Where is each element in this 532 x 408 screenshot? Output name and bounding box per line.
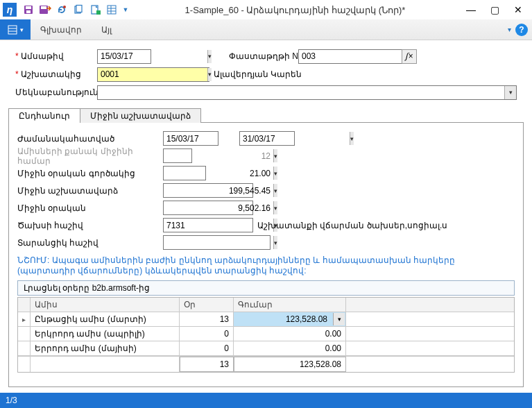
date-label: Ամսաթիվ	[21, 51, 64, 61]
date-input[interactable]: ▾	[97, 49, 151, 64]
save-icon[interactable]	[21, 2, 36, 17]
employee-name: Ալավերդյան Կարեն	[214, 69, 302, 79]
svg-rect-9	[96, 10, 101, 15]
total-days: 13	[180, 357, 234, 372]
col-month[interactable]: Ամիս	[31, 298, 180, 312]
page-indicator: 1/3	[6, 396, 17, 405]
svg-rect-10	[108, 6, 116, 14]
docnum-lookup-button[interactable]: ʃ×	[402, 49, 417, 64]
chevron-down-icon[interactable]: ▾	[273, 236, 277, 249]
chevron-down-icon[interactable]: ▾	[273, 184, 277, 197]
refresh-icon[interactable]	[54, 2, 69, 17]
cost-account-label: Ծախսի հաշիվ	[17, 221, 163, 230]
tab-container: Ընդհանուր Միջին աշխատավարձ Ժամանակահատվա…	[8, 122, 524, 387]
svg-rect-7	[76, 6, 82, 12]
chevron-down-icon[interactable]: ▾	[273, 149, 277, 162]
period-to-input[interactable]: ▾	[239, 131, 295, 146]
months-grid: Ամիս Օր Գումար ▸ Ընթացիկ ամիս (մարտի) 13…	[17, 297, 515, 373]
cost-account-input[interactable]: ▾	[163, 218, 253, 232]
comment-label: Մեկնաբանություն	[15, 87, 98, 97]
grid-totals: 13 123,528.08	[18, 357, 514, 372]
transit-label: Տարանցիկ հաշիվ	[17, 238, 163, 248]
svg-rect-1	[26, 6, 31, 9]
save-close-icon[interactable]	[37, 2, 53, 17]
menu-collapse-icon[interactable]: ▾	[508, 26, 511, 33]
cost-account-desc: Աշխատանքի վճարման ծախսեր,սոցիալ.ս	[257, 221, 447, 230]
avg-daily-label: Միջին օրական	[17, 203, 163, 213]
window-title: 1-Sample_60 - Արձակուրդայինի հաշվարկ (Նո…	[132, 5, 458, 15]
table-row[interactable]: Երկրորդ ամիս (ապրիլի) 0 0.00	[18, 327, 514, 341]
comment-input[interactable]: ▾	[97, 85, 517, 100]
tab-salary[interactable]: Միջին աշխատավարձ	[80, 108, 201, 123]
svg-rect-14	[8, 26, 17, 34]
period-from-input[interactable]: ▾	[163, 131, 218, 146]
docnum-input[interactable]	[298, 49, 402, 64]
months-label: Ամիսների քանակ միջինի համար	[17, 146, 163, 166]
svg-point-5	[63, 6, 66, 8]
grid-icon[interactable]	[104, 2, 119, 17]
period-label: Ժամանակահատված	[17, 134, 163, 144]
menu-strip: ▾ Գլխավոր Այլ ▾ ?	[0, 19, 532, 40]
grid-dropdown-icon[interactable]: ▼	[121, 2, 130, 17]
maximize-button[interactable]: ▢	[483, 1, 506, 18]
chevron-down-icon[interactable]: ▾	[273, 167, 277, 180]
avg-daily-coef-input[interactable]: ▾	[163, 166, 206, 180]
col-amount[interactable]: Գումար	[234, 298, 346, 312]
avg-daily-input[interactable]: ▾	[163, 201, 253, 215]
docnum-label: Փաստաթղթի N	[229, 51, 298, 61]
tabs-header: Ընդհանուր Միջին աշխատավարձ	[8, 108, 201, 122]
employee-label: Աշխատակից	[21, 69, 81, 79]
minimize-button[interactable]: —	[460, 1, 482, 18]
copy-icon[interactable]	[71, 2, 86, 17]
transit-input[interactable]: ▾	[163, 235, 271, 250]
avg-salary-label: Միջին աշխատավարձ	[17, 186, 163, 196]
avg-daily-coef-label: Միջին օրական գործակից	[17, 169, 163, 178]
help-icon[interactable]: ?	[515, 24, 528, 36]
chevron-down-icon[interactable]: ▾	[273, 201, 277, 214]
status-bar: 1/3	[0, 393, 532, 408]
app-icon: η	[3, 3, 17, 17]
total-amount: 123,528.08	[234, 357, 346, 372]
fill-days-button[interactable]: Լրացնել օրերը b2b.armsoft-ից	[17, 280, 515, 296]
form-header: *Ամսաթիվ ▾ Փաստաթղթի N ʃ× *Աշխատակից ▾ Ա…	[0, 40, 532, 107]
menu-main[interactable]: Գլխավոր	[31, 19, 92, 40]
months-input[interactable]: ▾	[163, 148, 192, 163]
avg-salary-input[interactable]: ▾	[163, 183, 253, 198]
title-bar: η ▼ 1-Sample_60 - Արձակուրդայինի հաշվարկ…	[0, 0, 532, 19]
chevron-down-icon[interactable]: ▾	[333, 313, 345, 325]
chevron-down-icon[interactable]: ▾	[504, 86, 516, 99]
table-row[interactable]: Երրորդ ամիս (մայիսի) 0 0.00	[18, 341, 514, 356]
col-days[interactable]: Օր	[180, 298, 234, 312]
close-button[interactable]: ✕	[507, 1, 529, 18]
grid-header: Ամիս Օր Գումար	[18, 298, 514, 312]
tab-general-body: Ժամանակահատված ▾ ▾ Ամիսների քանակ միջինի…	[17, 130, 515, 373]
tab-general[interactable]: Ընդհանուր	[8, 108, 80, 123]
attach-icon[interactable]	[87, 2, 103, 17]
svg-rect-4	[41, 6, 46, 9]
menu-other[interactable]: Այլ	[92, 19, 121, 40]
chevron-down-icon[interactable]: ▾	[207, 68, 212, 81]
chevron-down-icon[interactable]: ▾	[207, 50, 212, 63]
chevron-down-icon[interactable]: ▾	[350, 132, 354, 145]
employee-input[interactable]: ▾	[97, 67, 209, 82]
table-row[interactable]: ▸ Ընթացիկ ամիս (մարտի) 13 123,528.08 ▾	[18, 312, 514, 327]
note-text: ՆՇՈՒՄ: Ապագա ամիսներին բաժին ընկնող արձա…	[17, 255, 515, 276]
file-menu-button[interactable]: ▾	[0, 19, 31, 40]
svg-rect-2	[26, 10, 31, 13]
